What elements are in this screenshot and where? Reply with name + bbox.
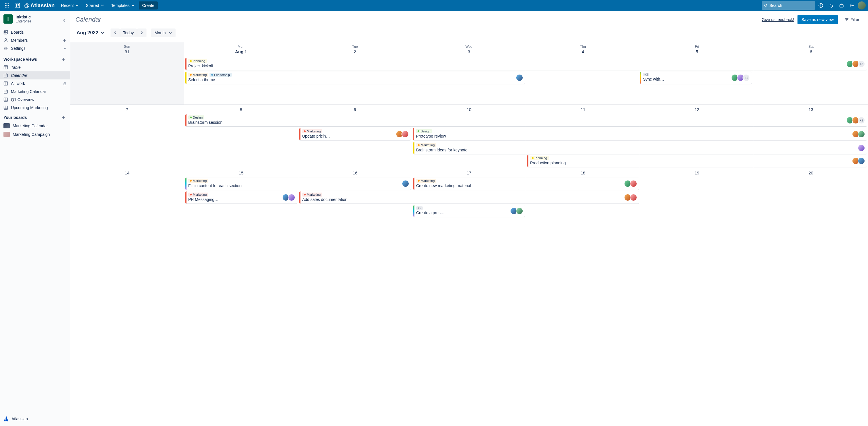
event-card[interactable]: Marketing PR Messaging… [185,191,297,204]
view-mode-select[interactable]: Month [151,29,176,37]
event-card[interactable]: Marketing Update pricin… [299,128,411,140]
svg-rect-20 [6,31,7,33]
trello-icon-button[interactable] [13,1,22,10]
avatar [630,194,637,201]
save-view-button[interactable]: Save as new view [798,15,838,24]
chevron-right-icon [140,31,144,34]
search-icon [764,3,768,7]
day-header-fri: Fri 5 [640,42,754,56]
info-button[interactable] [816,1,826,10]
feedback-link[interactable]: Give us feedback! [762,17,794,22]
collapse-sidebar-button[interactable] [61,17,68,24]
user-avatar[interactable] [858,1,866,9]
bell-icon [829,3,834,8]
svg-rect-27 [4,90,7,93]
day-header-sun: Sun 31 [70,42,184,56]
event-card[interactable]: Marketing Brainstorm ideas for keynote [413,142,867,154]
svg-rect-4 [7,5,7,6]
svg-rect-0 [5,3,6,4]
prev-button[interactable] [111,29,120,37]
search-box[interactable] [762,1,815,10]
workspace-views-heading: Workspace views [0,54,70,63]
event-card[interactable]: Design Brainstorm session +2 [185,114,867,126]
sidebar-item-upcoming-marketing[interactable]: Upcoming Marketing [0,103,70,112]
next-button[interactable] [137,29,147,37]
svg-rect-3 [5,5,6,6]
notifications-button[interactable] [827,1,836,10]
sidebar-item-calendar[interactable]: Calendar [0,71,70,80]
event-card[interactable]: Marketing Add sales documentation [299,191,639,204]
sidebar-item-q1-overview[interactable]: Q1 Overview [0,96,70,103]
svg-rect-28 [4,98,8,101]
sidebar-board-marketing-calendar[interactable]: Marketing Calendar [0,121,70,130]
workspace-name: Inktistic [16,15,31,19]
label-marketing: Marketing [302,192,322,196]
event-card[interactable]: Marketing Fill in content for each secti… [185,178,411,190]
svg-rect-26 [64,83,66,85]
event-card[interactable]: Marketing Create new marketing material [413,178,639,190]
event-card[interactable]: Marketing Leadership Select a theme [185,72,525,84]
svg-rect-10 [16,4,17,7]
sidebar-item-all-work[interactable]: All work [0,80,70,88]
event-card[interactable]: +3 Sync with… +1 [640,72,752,84]
brand-prefix: @ [24,2,30,9]
sidebar-footer[interactable]: Atlassian [0,411,70,426]
today-button[interactable]: Today [120,29,137,37]
workspace-plan: Enterprise [16,19,31,23]
chevron-down-icon [63,47,66,50]
svg-rect-29 [4,106,8,110]
briefcase-button[interactable] [837,1,846,10]
svg-rect-15 [820,5,821,7]
avatar [858,157,865,165]
nav-starred[interactable]: Starred [83,1,107,9]
filter-button[interactable]: Filter [841,15,863,24]
sidebar-item-settings[interactable]: Settings [0,44,70,52]
event-card[interactable]: +2 Create a pres… [413,205,525,217]
search-input[interactable] [769,3,813,8]
more-labels-badge: +3 [643,73,650,76]
label-planning: Planning [530,156,549,160]
event-card[interactable]: Planning Project kickoff +3 [185,58,867,70]
add-board-button[interactable] [61,115,66,120]
apps-icon [5,3,9,8]
sidebar-board-marketing-campaign[interactable]: Marketing Campaign [0,130,70,139]
apps-icon-button[interactable] [2,1,11,10]
label-marketing: Marketing [416,179,436,183]
brand[interactable]: @Atlassian [24,2,55,9]
chevron-down-icon [169,31,172,34]
svg-rect-2 [8,3,9,4]
svg-rect-6 [5,7,6,7]
day-header-tue: Tue 2 [298,42,412,56]
workspace-header: I Inktistic Enterprise [0,11,70,27]
calendar-week: 14 15 16 17 18 19 20 Marketing [70,168,868,226]
create-button[interactable]: Create [139,1,158,9]
avatar [858,130,865,138]
label-marketing: Marketing [188,179,208,183]
chevron-down-icon [75,4,79,7]
plus-icon [62,57,66,61]
sidebar-item-marketing-calendar-view[interactable]: Marketing Calendar [0,88,70,96]
avatar [516,74,523,82]
calendar-week: Planning Project kickoff +3 [70,56,868,105]
calendar-icon [3,89,8,94]
sidebar-item-table[interactable]: Table [0,63,70,71]
add-view-button[interactable] [61,56,66,62]
nav-recent[interactable]: Recent [58,1,82,9]
event-card[interactable]: Design Prototype review [413,128,867,140]
main: Calendar Give us feedback! Save as new v… [70,11,868,426]
gear-icon [849,3,854,8]
day-header-thu: Thu 4 [526,42,640,56]
event-card[interactable]: Planning Production planning [527,155,867,167]
avatar [630,180,637,187]
sidebar-item-boards[interactable]: Boards [0,28,70,36]
month-picker[interactable]: Aug 2022 [75,28,106,37]
chevron-left-icon [114,31,117,34]
add-member-button[interactable] [62,38,66,42]
svg-rect-16 [840,5,843,7]
avatar [402,180,409,187]
settings-button[interactable] [847,1,857,10]
svg-rect-9 [15,3,20,8]
nav-templates[interactable]: Templates [108,1,137,9]
sidebar-item-members[interactable]: Members [0,36,70,44]
day-header-sat: Sat 6 [754,42,868,56]
